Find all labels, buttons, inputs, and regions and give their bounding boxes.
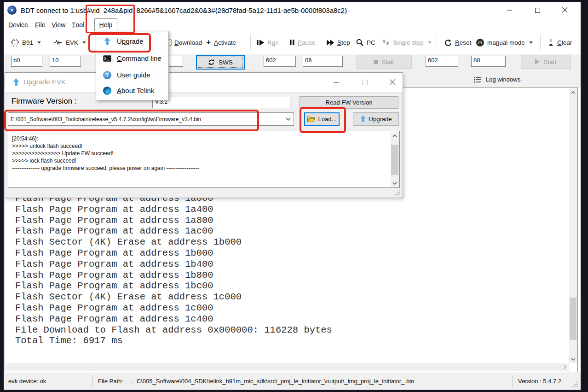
step-icon [327,40,334,46]
start-button[interactable]: Start [521,55,571,69]
load-label: Load... [318,116,337,123]
list-icon [474,76,482,83]
scrollbar-thumb[interactable] [570,298,576,340]
run-label: Run [267,39,279,46]
single-step-button[interactable]: Single step [382,31,432,54]
firmware-version-field[interactable]: V.3.1 [152,97,290,108]
scroll-right-arrow[interactable] [561,363,569,371]
scroll-up-arrow[interactable] [569,88,577,96]
download-button[interactable]: Download [174,31,202,54]
refresh-icon [208,59,215,65]
chip-select-button[interactable]: B91 [11,31,41,54]
stall-button[interactable]: Stall [356,55,412,69]
menu-item-about-telink[interactable]: About Telink [98,82,167,99]
board-select-button[interactable]: EVK [54,31,86,54]
menu-item-upgrade[interactable]: Upgrade [98,33,167,49]
firmware-path-combobox[interactable]: E:\001_Software\003_Toolchain\release_v5… [8,112,294,126]
dialog-scrollbar[interactable] [391,132,399,187]
menu-tool[interactable]: Tool [72,20,84,29]
step-button[interactable]: Step [327,31,350,54]
menu-bar: Device File View Tool Help [4,18,581,31]
run-button[interactable]: Run [257,31,279,54]
activate-label: Activate [214,39,236,46]
pc-button[interactable]: PC [356,31,375,54]
reg-input-1[interactable]: 602 [264,56,296,67]
pause-label: Pause [298,39,315,46]
manual-mode-button[interactable]: manual mode [476,31,533,54]
reg-input-2[interactable]: 06 [303,56,343,67]
sws-label: SWS [219,59,233,66]
run-icon [257,40,264,46]
open-folder-icon [307,116,315,122]
chevron-down-icon [82,41,86,44]
read-fw-version-button[interactable]: Read FW Version [300,96,398,109]
manual-mode-label: manual mode [487,39,525,46]
resize-grip[interactable] [572,381,578,387]
log-windows-tab[interactable]: Log windows [474,76,520,83]
combo-chevron-icon[interactable] [283,113,293,125]
close-button[interactable] [555,4,575,17]
wave-icon [54,40,63,45]
sws-button[interactable]: SWS [196,55,245,70]
activate-button[interactable]: + Activate [206,31,236,54]
menu-help[interactable]: Help [94,18,117,31]
command-line-icon [101,55,113,62]
firmware-version-label: Firmware Version : [12,97,77,106]
search-icon [356,39,363,46]
dialog-close-button[interactable] [383,76,402,88]
single-step-label: Single step [393,39,424,46]
reset-button[interactable]: Reset [444,31,471,54]
load-button[interactable]: Load... [304,112,340,126]
menu-device[interactable]: Device [8,20,28,29]
reset-icon [444,39,452,46]
resize-grip[interactable] [395,190,401,196]
scroll-up-arrow[interactable] [391,132,399,140]
manual-mode-icon [476,39,484,47]
chevron-down-icon [529,41,533,44]
telink-globe-icon [101,87,113,95]
maximize-button[interactable] [527,4,548,17]
status-bar: evk device: ok File Path: .. C\005_Softw… [4,373,581,390]
length-input[interactable]: 10 [50,56,81,67]
dialog-maximize-button[interactable] [356,76,374,88]
menu-file[interactable]: File [35,20,46,29]
minimize-icon [507,7,513,13]
file-path-value: .. C\005_Software\004_SDK\telink_b91m_mi… [132,378,414,385]
pc-label: PC [367,39,375,46]
stall-label: Stall [381,59,393,65]
question-icon: ? [101,71,113,79]
reg-input-4[interactable]: 88 [471,56,506,67]
chip-label: B91 [22,39,33,46]
dialog-minimize-button[interactable] [327,76,346,88]
clear-label: Clear [557,39,572,46]
scroll-down-arrow[interactable] [391,179,399,187]
control-row: b0 10 SWS 602 06 Stall 602 88 Start [4,54,581,72]
plus-icon: + [206,38,211,47]
footprints-icon [382,39,390,46]
upgrade-arrow-icon [13,78,19,86]
clear-button[interactable]: Clear [548,31,572,54]
vertical-scrollbar[interactable] [569,88,577,363]
play-icon [535,59,540,64]
scrollbar-thumb[interactable] [391,145,398,175]
address-input[interactable]: b0 [11,56,42,67]
upgrade-button[interactable]: Upgrade [353,112,399,126]
chevron-down-icon [428,41,432,44]
scroll-down-arrow[interactable] [569,355,577,363]
menu-item-command-line[interactable]: Command line [98,50,167,66]
horizontal-scrollbar[interactable] [6,363,569,371]
reg-input-3[interactable]: 602 [426,56,458,67]
pause-button[interactable]: Pause [290,31,315,54]
dialog-log-box[interactable]: [20:54:46]: >>>>> unlock flash succeed! … [8,131,400,188]
step-label: Step [337,39,350,46]
help-dropdown-menu: Upgrade Command line ? User guide About … [96,31,169,100]
toolbar: B91 EVK Download + Activate Run Pause St… [4,31,581,55]
menu-view[interactable]: View [52,20,65,29]
menu-item-user-guide[interactable]: ? User guide [98,67,167,83]
toolbar-separator [437,35,437,50]
chevron-down-icon [37,41,41,44]
download-label: Download [174,39,202,46]
start-label: Start [543,59,557,65]
status-divider [513,375,513,387]
minimize-button[interactable] [500,4,520,17]
